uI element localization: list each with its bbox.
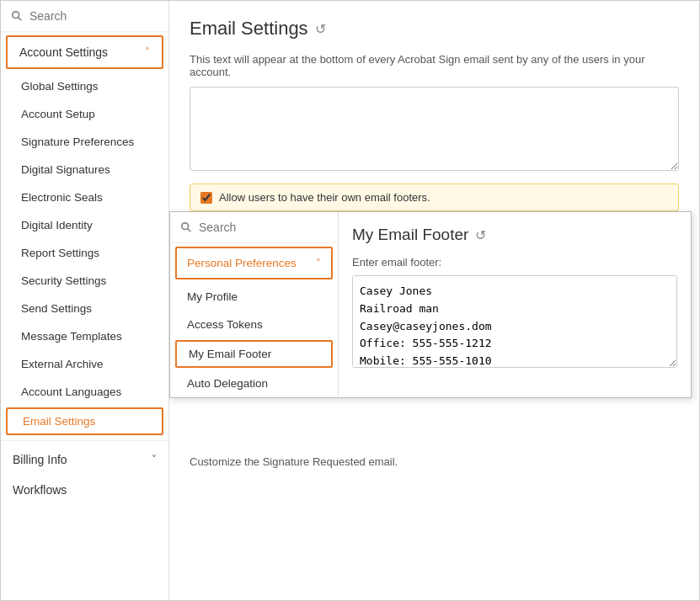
dropdown-item-my-profile[interactable]: My Profile xyxy=(170,283,338,311)
sidebar: Account Settings ˄ Global Settings Accou… xyxy=(1,1,169,600)
refresh-icon[interactable]: ↺ xyxy=(315,21,326,37)
email-footer-textarea[interactable] xyxy=(190,87,679,171)
sidebar-item-global-settings[interactable]: Global Settings xyxy=(1,72,168,100)
allow-users-label: Allow users to have their own email foot… xyxy=(219,191,430,204)
panel-refresh-icon[interactable]: ↺ xyxy=(475,227,486,243)
app-container: Account Settings ˄ Global Settings Accou… xyxy=(0,0,700,601)
search-icon xyxy=(11,10,23,22)
sidebar-workflows[interactable]: Workflows xyxy=(1,475,168,505)
personal-preferences-chevron-icon: ˄ xyxy=(316,258,321,269)
sidebar-item-send-settings[interactable]: Send Settings xyxy=(1,295,168,322)
dropdown-item-auto-delegation[interactable]: Auto Delegation xyxy=(170,370,338,397)
personal-preferences-label: Personal Preferences xyxy=(187,257,297,269)
panel-email-footer-textarea[interactable]: Casey Jones Railroad man Casey@caseyjone… xyxy=(352,275,677,368)
svg-point-0 xyxy=(13,12,19,19)
main-content: Email Settings ↺ This text will appear a… xyxy=(169,1,699,600)
sidebar-item-digital-identity[interactable]: Digital Identity xyxy=(1,211,168,239)
account-settings-chevron-up-icon: ˄ xyxy=(145,46,150,58)
personal-preferences-header[interactable]: Personal Preferences ˄ xyxy=(175,247,333,279)
sidebar-billing-info[interactable]: Billing Info ˅ xyxy=(1,444,168,475)
page-title: Email Settings ↺ xyxy=(190,18,679,40)
sidebar-item-security-settings[interactable]: Security Settings xyxy=(1,267,168,295)
sidebar-item-report-settings[interactable]: Report Settings xyxy=(1,239,168,267)
svg-line-1 xyxy=(19,18,22,21)
panel-title: My Email Footer ↺ xyxy=(352,226,677,244)
allow-users-box: Allow users to have their own email foot… xyxy=(190,183,679,211)
sidebar-search-input[interactable] xyxy=(29,9,158,23)
sidebar-item-email-settings[interactable]: Email Settings xyxy=(6,407,163,435)
account-settings-label: Account Settings xyxy=(19,45,108,59)
sidebar-search-box[interactable] xyxy=(1,1,168,32)
sidebar-item-digital-sigs[interactable]: Digital Signatures xyxy=(1,156,168,183)
sidebar-divider xyxy=(1,440,168,441)
dropdown-overlay: Personal Preferences ˄ My Profile Access… xyxy=(169,211,692,398)
dropdown-search-icon xyxy=(180,221,192,233)
description-text: This text will appear at the bottom of e… xyxy=(190,53,679,78)
dropdown-item-access-tokens[interactable]: Access Tokens xyxy=(170,311,338,338)
allow-users-checkbox[interactable] xyxy=(200,192,212,204)
sidebar-item-external-archive[interactable]: External Archive xyxy=(1,350,168,378)
svg-point-2 xyxy=(182,223,189,230)
sidebar-item-signature-prefs[interactable]: Signature Preferences xyxy=(1,128,168,156)
dropdown-item-my-email-footer[interactable]: My Email Footer xyxy=(175,340,333,368)
dropdown-search-box[interactable] xyxy=(170,212,338,243)
dropdown-left-panel: Personal Preferences ˄ My Profile Access… xyxy=(170,212,339,397)
panel-label: Enter email footer: xyxy=(352,256,677,269)
sidebar-item-electronic-seals[interactable]: Electronic Seals xyxy=(1,183,168,211)
sidebar-item-account-setup[interactable]: Account Setup xyxy=(1,100,168,128)
sidebar-item-message-templates[interactable]: Message Templates xyxy=(1,322,168,350)
dropdown-search-input[interactable] xyxy=(199,221,328,234)
billing-chevron-down-icon: ˅ xyxy=(152,454,157,465)
customize-text: Customize the Signature Requested email. xyxy=(190,455,679,468)
dropdown-right-panel: My Email Footer ↺ Enter email footer: Ca… xyxy=(339,212,691,397)
account-settings-header[interactable]: Account Settings ˄ xyxy=(6,35,163,69)
sidebar-item-account-languages[interactable]: Account Languages xyxy=(1,378,168,406)
svg-line-3 xyxy=(188,229,191,232)
